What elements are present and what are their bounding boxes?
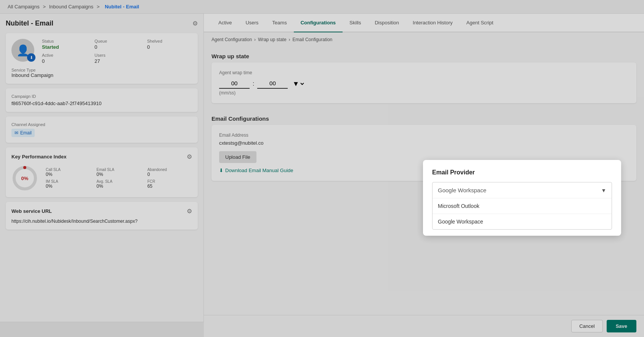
option-google-workspace[interactable]: Google Workspace xyxy=(433,214,612,229)
email-provider-selected[interactable]: Google Workspace ▼ xyxy=(433,182,612,198)
chevron-down-icon: ▼ xyxy=(601,187,606,193)
option-microsoft-outlook[interactable]: Microsoft Outlook xyxy=(433,198,612,214)
email-provider-modal: Email Provider Google Workspace ▼ Micros… xyxy=(423,160,621,236)
email-provider-dropdown: Microsoft Outlook Google Workspace xyxy=(433,198,612,229)
email-provider-select[interactable]: Google Workspace ▼ Microsoft Outlook Goo… xyxy=(432,182,612,230)
modal-title: Email Provider xyxy=(432,169,612,176)
selected-option-label: Google Workspace xyxy=(438,187,486,193)
modal-overlay: Email Provider Google Workspace ▼ Micros… xyxy=(0,0,644,336)
